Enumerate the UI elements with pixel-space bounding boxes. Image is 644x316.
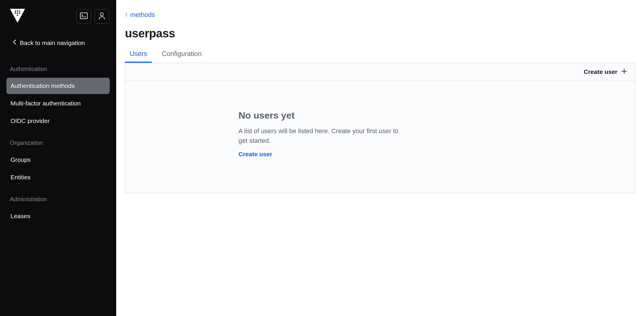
svg-rect-1	[17, 11, 18, 12]
tab-label: Configuration	[162, 50, 202, 58]
sidebar-section-authentication: Authentication	[0, 56, 116, 77]
svg-rect-5	[19, 13, 20, 14]
sidebar-item-groups[interactable]: Groups	[6, 152, 110, 168]
plus-icon	[622, 68, 627, 75]
tab-label: Users	[130, 50, 147, 58]
empty-state-description: A list of users will be listed here. Cre…	[239, 126, 402, 145]
header-buttons	[76, 9, 109, 24]
sidebar-item-entities[interactable]: Entities	[6, 169, 110, 185]
create-user-link-label: Create user	[239, 151, 272, 157]
back-nav-label: Back to main navigation	[20, 39, 85, 46]
svg-rect-2	[19, 11, 20, 12]
svg-point-9	[100, 13, 103, 16]
svg-rect-3	[15, 13, 16, 14]
breadcrumb[interactable]: methods	[125, 11, 635, 19]
empty-state: No users yet A list of users will be lis…	[125, 81, 635, 193]
chevron-left-icon	[125, 11, 128, 19]
svg-rect-7	[80, 13, 87, 19]
breadcrumb-label: methods	[130, 11, 155, 19]
svg-rect-6	[17, 15, 18, 16]
sidebar-item-label: Multi-factor authentication	[11, 100, 81, 107]
vault-logo	[10, 9, 25, 24]
sidebar: Back to main navigation Authentication A…	[0, 0, 116, 316]
sidebar-item-label: Entities	[11, 174, 31, 180]
sidebar-header	[0, 0, 116, 30]
sidebar-item-oidc-provider[interactable]: OIDC provider	[6, 113, 110, 129]
panel-toolbar: Create user	[125, 63, 635, 81]
tab-users[interactable]: Users	[130, 50, 147, 62]
svg-rect-4	[17, 13, 18, 14]
user-button[interactable]	[95, 9, 109, 24]
terminal-button[interactable]	[76, 9, 91, 24]
create-user-label: Create user	[584, 68, 617, 75]
sidebar-section-organization: Organization	[0, 130, 116, 151]
sidebar-item-label: OIDC provider	[11, 117, 50, 124]
sidebar-section-administration: Administration	[0, 186, 116, 207]
users-panel: Create user No users yet A list of users…	[125, 63, 635, 193]
user-icon	[98, 12, 105, 21]
page-title: userpass	[125, 27, 635, 40]
sidebar-item-label: Groups	[11, 156, 31, 163]
sidebar-item-authentication-methods[interactable]: Authentication methods	[6, 78, 110, 94]
main-content: methods userpass Users Configuration Cre…	[116, 0, 644, 316]
tabs: Users Configuration	[125, 50, 635, 63]
terminal-icon	[80, 13, 88, 20]
tab-configuration[interactable]: Configuration	[162, 50, 202, 62]
create-user-link[interactable]: Create user	[239, 151, 402, 158]
create-user-button[interactable]: Create user	[584, 68, 627, 75]
svg-rect-0	[15, 11, 16, 12]
sidebar-item-multi-factor-authentication[interactable]: Multi-factor authentication	[6, 95, 110, 112]
sidebar-item-leases[interactable]: Leases	[6, 208, 110, 224]
sidebar-item-label: Authentication methods	[11, 82, 74, 89]
back-to-main-nav[interactable]: Back to main navigation	[0, 30, 116, 56]
empty-state-title: No users yet	[239, 110, 402, 121]
sidebar-item-label: Leases	[11, 213, 30, 219]
chevron-left-icon	[13, 39, 16, 46]
